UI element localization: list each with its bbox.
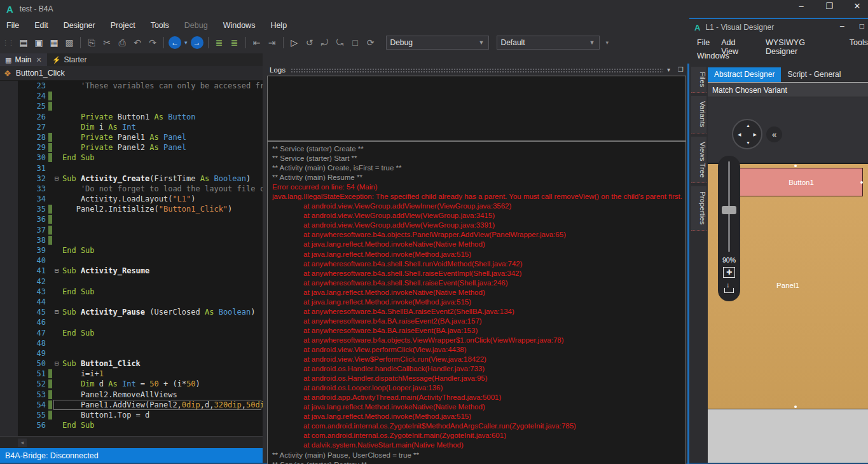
logs-float-window-icon[interactable]: ❒ <box>678 66 684 73</box>
restore-button[interactable]: ❐ <box>823 1 835 11</box>
designer-tab-abstract-designer[interactable]: Abstract Designer <box>708 67 781 82</box>
code-text: End Sub <box>62 420 95 430</box>
fold-collapse-icon[interactable]: ⊟ <box>55 358 59 369</box>
line-number: 30 <box>0 153 46 163</box>
code-text: End Sub <box>62 245 95 256</box>
collapse-tools-button[interactable]: « <box>766 126 782 142</box>
step-into-icon[interactable]: ⤾ <box>317 36 333 50</box>
designer-title: L1 - Visual Designer <box>705 23 774 32</box>
run-icon[interactable]: ▷ <box>287 36 302 50</box>
tab-close-icon[interactable]: ✕ <box>36 56 41 64</box>
jump-back-module-icon[interactable]: ⇤ <box>249 36 265 50</box>
tab-starter[interactable]: ⚡Starter <box>47 53 92 66</box>
code-text: Button1.Top = d <box>62 410 149 420</box>
designer-tab-script-general[interactable]: Script - General <box>781 67 847 82</box>
pan-up-icon[interactable]: ▲ <box>746 123 750 128</box>
menu-item-edit[interactable]: Edit <box>34 21 48 30</box>
undo-icon[interactable]: ↶ <box>130 36 145 50</box>
side-tab-views-tree[interactable]: Views Tree <box>691 137 706 184</box>
logs-dropdown-icon[interactable]: ▾ <box>667 66 670 73</box>
designer-menu-row-2: Windows <box>697 51 729 60</box>
menu-item-file[interactable]: File <box>6 21 19 30</box>
new-project-icon[interactable]: ▤ <box>16 36 31 50</box>
toolbar-grip[interactable]: ⋮⋮ <box>2 39 13 47</box>
logs-panel-header[interactable]: Logs ▾ ❒ <box>265 64 687 76</box>
fold-collapse-icon[interactable]: ⊟ <box>55 266 59 276</box>
restart-icon[interactable]: ⟳ <box>363 36 378 50</box>
side-tab-files[interactable]: Files <box>691 67 706 93</box>
comment-block-icon[interactable]: ≣ <box>212 36 227 50</box>
fold-collapse-icon[interactable]: ⊟ <box>55 307 59 317</box>
redo-icon[interactable]: ↷ <box>145 36 160 50</box>
menu-item-tools[interactable]: Tools <box>151 21 169 30</box>
line-number: 32 <box>0 174 46 184</box>
designer-maximize-button[interactable]: □ <box>860 22 864 31</box>
minimize-button[interactable]: – <box>796 1 807 11</box>
resume-debug-icon[interactable]: ↺ <box>302 36 317 50</box>
copy-icon[interactable]: ⎘ <box>84 36 99 50</box>
save-icon[interactable]: ▦ <box>46 36 62 50</box>
pan-right-icon[interactable]: ▶ <box>754 132 757 137</box>
line-number: 33 <box>0 184 46 194</box>
match-chosen-variant-bar[interactable]: Match Chosen Variant <box>708 83 868 97</box>
cut-icon[interactable]: ✂ <box>99 36 114 50</box>
menu-item-project[interactable]: Project <box>111 21 135 30</box>
stop-icon[interactable]: □ <box>348 36 363 50</box>
export-package-icon[interactable]: ▩ <box>62 36 77 50</box>
logs-output[interactable]: ** Service (starter) Create **** Service… <box>267 141 686 464</box>
change-bar <box>48 133 52 142</box>
close-button[interactable]: ✕ <box>851 1 863 11</box>
log-line: at android.view.ViewGroup.addView(ViewGr… <box>272 221 685 230</box>
save-layout-button[interactable]: ↓ <box>723 283 735 294</box>
code-line: 47End Sub <box>0 328 263 338</box>
toolbar-overflow-icon[interactable]: ▾ <box>606 39 609 46</box>
paste-icon[interactable]: ⎙ <box>114 36 130 50</box>
selection-handle[interactable] <box>794 165 797 167</box>
uncomment-block-icon[interactable]: ≣ <box>227 36 242 50</box>
navigate-forward-icon[interactable]: → <box>191 36 203 49</box>
editor-tab-bar: ▦Main✕⚡Starter <box>0 53 263 66</box>
pan-left-icon[interactable]: ◀ <box>738 132 741 137</box>
menu-item-debug[interactable]: Debug <box>184 21 208 30</box>
designer-canvas[interactable]: Button1 Panel1 ▲ ▼ ◀ ▶ « 90% ✚ <box>708 97 868 463</box>
code-line: 29 Private Panel2 As Panel <box>0 142 263 153</box>
navigate-back-icon[interactable]: ← <box>169 36 181 49</box>
window-title: test - B4A <box>20 4 53 13</box>
side-tab-properties[interactable]: Properties <box>691 186 706 230</box>
designer-menu-item-wysiwyg-designer[interactable]: WYSIWYG Designer <box>766 38 838 56</box>
selection-handle[interactable] <box>860 181 863 184</box>
code-text: Panel2.Initialize("Button1_Click") <box>62 204 232 214</box>
build-configuration-select[interactable]: Debug▼ <box>386 36 489 50</box>
tab-main[interactable]: ▦Main✕ <box>0 53 47 66</box>
log-line: at anywheresoftware.b4a.objects.PanelWra… <box>272 230 685 240</box>
step-over-icon[interactable]: ⤿ <box>333 36 348 50</box>
open-project-icon[interactable]: ▣ <box>31 36 46 50</box>
editor-horizontal-scrollbar[interactable]: ◂ <box>0 436 263 448</box>
menu-item-designer[interactable]: Designer <box>64 21 95 30</box>
back-history-caret[interactable]: ▾ <box>184 39 188 46</box>
scroll-left-icon[interactable]: ◂ <box>18 439 27 447</box>
log-line: at com.android.internal.os.ZygoteInit.ma… <box>272 431 685 440</box>
selection-handle[interactable] <box>794 406 797 408</box>
menu-item-help[interactable]: Help <box>270 21 287 30</box>
designer-minimize-button[interactable]: – <box>840 22 844 31</box>
side-tab-variants[interactable]: Variants <box>691 96 706 133</box>
pan-down-icon[interactable]: ▼ <box>746 140 750 145</box>
fit-to-screen-button[interactable]: ✚ <box>723 267 735 278</box>
logs-upper-pane[interactable] <box>267 76 686 141</box>
build-variant-select[interactable]: Default▼ <box>497 36 600 50</box>
build-configuration-select-value: Debug <box>390 38 413 47</box>
zoom-slider-handle[interactable] <box>722 206 736 214</box>
log-line: Error occurred on line: 54 (Main) <box>272 182 685 192</box>
code-editor[interactable]: 23 'These variables can only be accessed… <box>0 81 263 436</box>
line-number: 28 <box>0 132 46 142</box>
fold-collapse-icon[interactable]: ⊟ <box>55 174 59 184</box>
designer-menu-item-tools[interactable]: Tools <box>850 38 868 56</box>
canvas-pan-dpad[interactable]: ▲ ▼ ◀ ▶ <box>732 119 762 149</box>
designer-title-bar: A L1 - Visual Designer –□ <box>689 19 868 36</box>
log-line: ** Activity (main) Resume ** <box>272 173 685 182</box>
designer-menu-item-windows[interactable]: Windows <box>697 51 729 60</box>
button1-view[interactable]: Button1 <box>740 168 863 196</box>
jump-forward-module-icon[interactable]: ⇥ <box>265 36 280 50</box>
menu-item-windows[interactable]: Windows <box>223 21 256 30</box>
